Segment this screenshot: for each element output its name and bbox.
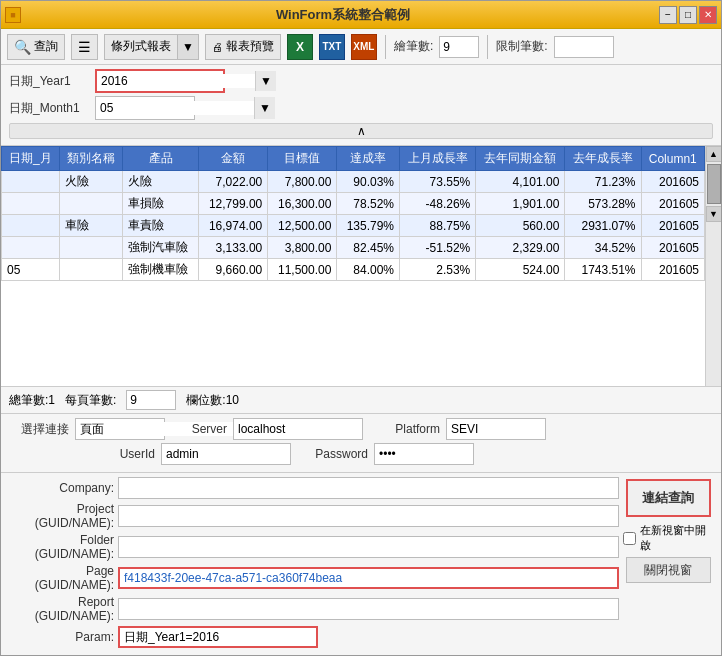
col-header-amount: 金額 — [199, 147, 268, 171]
year-filter-row: 日期_Year1 ▼ — [9, 69, 713, 93]
conn-select-dropdown[interactable]: ▼ — [75, 418, 165, 440]
password-input[interactable] — [374, 443, 474, 465]
limit-input[interactable] — [554, 36, 614, 58]
xml-button[interactable]: XML — [351, 34, 377, 60]
table-cell: 2,329.00 — [476, 237, 565, 259]
window-controls: − □ ✕ — [659, 6, 717, 24]
col-header-product: 產品 — [122, 147, 198, 171]
company-input[interactable] — [118, 477, 619, 499]
report-input[interactable] — [118, 598, 619, 620]
query-button[interactable]: 🔍 查詢 — [7, 34, 65, 60]
platform-input[interactable] — [446, 418, 546, 440]
list-button[interactable]: ☰ — [71, 34, 98, 60]
year-filter-combo[interactable]: ▼ — [95, 69, 225, 93]
year-filter-arrow[interactable]: ▼ — [255, 71, 276, 91]
report-dropdown[interactable]: 條列式報表 ▼ — [104, 34, 199, 60]
table-cell: 560.00 — [476, 215, 565, 237]
per-page-input[interactable] — [126, 390, 176, 410]
table-cell: -51.52% — [400, 237, 476, 259]
conn-row-1: 選擇連接 ▼ Server Platform — [9, 418, 713, 440]
col-header-date: 日期_月 — [2, 147, 60, 171]
table-cell: 1743.51% — [565, 259, 641, 281]
table-cell: 16,300.00 — [268, 193, 337, 215]
table-header-row: 日期_月 類別名稱 產品 金額 目標值 達成率 上月成長率 去年同期金額 去年成… — [2, 147, 705, 171]
userid-input[interactable] — [161, 443, 291, 465]
scroll-up-arrow[interactable]: ▲ — [706, 146, 722, 162]
month-filter-arrow[interactable]: ▼ — [254, 97, 275, 119]
table-cell: 135.79% — [337, 215, 400, 237]
folder-input[interactable] — [118, 536, 619, 558]
minimize-button[interactable]: − — [659, 6, 677, 24]
connection-area: 選擇連接 ▼ Server Platform UserId Password — [1, 414, 721, 473]
report-dropdown-arrow[interactable]: ▼ — [177, 35, 198, 59]
table-cell: 573.28% — [565, 193, 641, 215]
form-fields: Company: Project (GUID/NAME): Folder (GU… — [9, 477, 619, 626]
page-label: Page (GUID/NAME): — [9, 564, 114, 592]
table-cell: 11,500.00 — [268, 259, 337, 281]
collapse-button[interactable]: ∧ — [9, 123, 713, 139]
table-cell: 12,500.00 — [268, 215, 337, 237]
record-count-label: 繪筆數: — [394, 38, 433, 55]
scroll-thumb[interactable] — [707, 164, 721, 204]
total-count: 總筆數:1 — [9, 392, 55, 409]
status-bar: 總筆數:1 每頁筆數: 欄位數:10 — [1, 387, 721, 414]
title-bar: ■ WinForm系統整合範例 − □ ✕ — [1, 1, 721, 29]
col-header-col1: Column1 — [641, 147, 704, 171]
project-label: Project (GUID/NAME): — [9, 502, 114, 530]
form-main: Company: Project (GUID/NAME): Folder (GU… — [9, 477, 713, 626]
server-input[interactable] — [233, 418, 363, 440]
connect-query-button[interactable]: 連結查詢 — [626, 479, 711, 517]
main-window: ■ WinForm系統整合範例 − □ ✕ 🔍 查詢 ☰ 條列式報表 ▼ 🖨 報… — [0, 0, 722, 656]
decimal-label: 欄位數:10 — [186, 392, 239, 409]
table-cell: 4,101.00 — [476, 171, 565, 193]
page-input[interactable] — [118, 567, 619, 589]
txt-button[interactable]: TXT — [319, 34, 345, 60]
table-cell: 火險 — [59, 171, 122, 193]
page-row: Page (GUID/NAME): — [9, 564, 619, 592]
table-cell: 05 — [2, 259, 60, 281]
month-filter-label: 日期_Month1 — [9, 100, 89, 117]
year-filter-input[interactable] — [97, 74, 255, 88]
month-filter-combo[interactable]: ▼ — [95, 96, 195, 120]
maximize-button[interactable]: □ — [679, 6, 697, 24]
month-filter-row: 日期_Month1 ▼ — [9, 96, 713, 120]
record-count-input[interactable] — [439, 36, 479, 58]
table-cell: 201605 — [641, 215, 704, 237]
param-input[interactable] — [118, 626, 318, 648]
grid-wrapper[interactable]: 日期_月 類別名稱 產品 金額 目標值 達成率 上月成長率 去年同期金額 去年成… — [1, 146, 705, 386]
close-window-button[interactable]: 關閉視窗 — [626, 557, 711, 583]
table-cell — [2, 237, 60, 259]
select-conn-label: 選擇連接 — [9, 421, 69, 438]
preview-label: 報表預覽 — [226, 38, 274, 55]
table-row: 05強制機車險9,660.0011,500.0084.00%2.53%524.0… — [2, 259, 705, 281]
folder-label: Folder (GUID/NAME): — [9, 533, 114, 561]
month-filter-input[interactable] — [96, 101, 254, 115]
table-cell: 82.45% — [337, 237, 400, 259]
new-window-checkbox[interactable] — [623, 532, 636, 545]
per-page-label: 每頁筆數: — [65, 392, 116, 409]
project-input[interactable] — [118, 505, 619, 527]
table-cell: 車損險 — [122, 193, 198, 215]
close-button[interactable]: ✕ — [699, 6, 717, 24]
table-cell: 12,799.00 — [199, 193, 268, 215]
table-cell: 84.00% — [337, 259, 400, 281]
table-cell: 車責險 — [122, 215, 198, 237]
separator-2 — [487, 35, 488, 59]
window-title: WinForm系統整合範例 — [27, 6, 659, 24]
table-cell: 3,133.00 — [199, 237, 268, 259]
preview-button[interactable]: 🖨 報表預覽 — [205, 34, 281, 60]
col-header-category: 類別名稱 — [59, 147, 122, 171]
data-table: 日期_月 類別名稱 產品 金額 目標值 達成率 上月成長率 去年同期金額 去年成… — [1, 146, 705, 281]
table-cell: 524.00 — [476, 259, 565, 281]
project-row: Project (GUID/NAME): — [9, 502, 619, 530]
form-actions: 連結查詢 在新視窗中開啟 關閉視窗 — [623, 477, 713, 626]
table-cell — [59, 237, 122, 259]
col-header-target: 目標值 — [268, 147, 337, 171]
scroll-down-arrow[interactable]: ▼ — [706, 206, 722, 222]
table-cell: 7,800.00 — [268, 171, 337, 193]
table-cell: 7,022.00 — [199, 171, 268, 193]
vertical-scrollbar[interactable]: ▲ ▼ — [705, 146, 721, 386]
platform-label: Platform — [385, 422, 440, 436]
excel-button[interactable]: X — [287, 34, 313, 60]
new-window-row: 在新視窗中開啟 — [623, 523, 713, 553]
